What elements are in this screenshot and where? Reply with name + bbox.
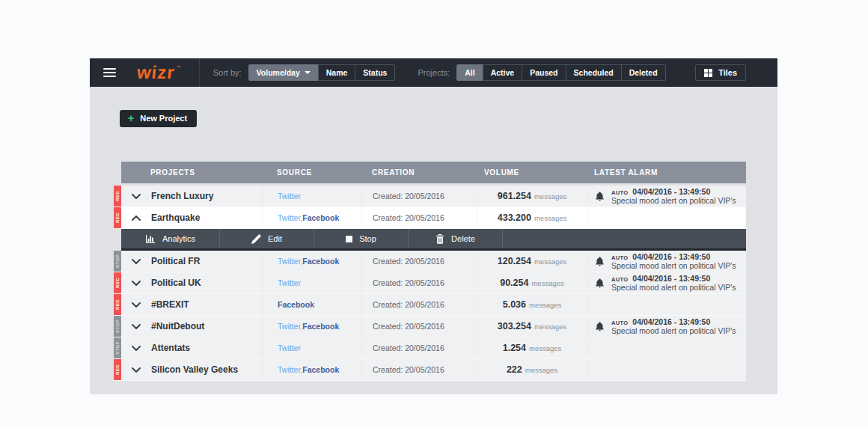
source-link-twitter[interactable]: Twitter — [278, 192, 301, 201]
source-link-twitter[interactable]: Twitter, — [278, 365, 302, 374]
status-strip: REC — [114, 359, 121, 380]
bell-icon — [595, 322, 605, 331]
projects-filter-group: AllActivePausedScheduledDeleted — [456, 64, 665, 81]
table-header-row: PROJECTSSOURCECREATIONVOLUMELATEST ALARM — [121, 162, 746, 183]
table-row[interactable]: RECSilicon Valley GeeksTwitter, Facebook… — [114, 359, 746, 381]
alarm-type-badge: AUTO — [611, 320, 628, 327]
table-row[interactable]: STOP#NuitDeboutTwitter, FacebookCreated:… — [114, 316, 746, 337]
alarm-meta: AUTO04/04/2016 - 13:49:50 — [611, 274, 736, 284]
project-cell: Earthquake — [121, 207, 262, 228]
sort-option-name[interactable]: Name — [318, 64, 356, 81]
source-link-facebook[interactable]: Facebook — [302, 257, 339, 266]
filter-label: All — [465, 68, 474, 77]
menu-hamburger-icon[interactable] — [103, 68, 116, 77]
volume-value: 120.254 — [498, 256, 531, 266]
creation-date: Created: 20/05/2016 — [361, 294, 477, 315]
trademark-symbol: ™ — [176, 65, 182, 70]
table-body: RECFrench LuxuryTwitterCreated: 20/05/20… — [114, 186, 746, 381]
row-cells: Political UKTwitterCreated: 20/05/201690… — [121, 272, 746, 293]
chevron-down-icon[interactable] — [132, 367, 141, 373]
edit-action-button[interactable]: Edit — [220, 229, 314, 248]
volume-value: 5.036 — [503, 299, 526, 310]
creation-date: Created: 20/05/2016 — [361, 272, 477, 293]
table-row[interactable]: RECFrench LuxuryTwitterCreated: 20/05/20… — [114, 186, 746, 207]
project-cell: #BREXIT — [121, 294, 262, 315]
table-row[interactable]: REC#BREXITFacebookCreated: 20/05/20165.0… — [114, 294, 746, 316]
source-link-twitter[interactable]: Twitter — [278, 278, 301, 287]
projects-filter-label: Projects: — [418, 68, 450, 77]
new-project-button[interactable]: + New Project — [120, 110, 197, 127]
filter-active[interactable]: Active — [483, 64, 523, 81]
filter-all[interactable]: All — [456, 64, 483, 81]
table-row[interactable]: RECPolitical UKTwitterCreated: 20/05/201… — [114, 272, 746, 294]
source-cell: Twitter, Facebook — [262, 316, 361, 337]
chevron-down-icon[interactable] — [132, 281, 141, 286]
project-name: Attentats — [151, 343, 190, 353]
sort-option-label: Name — [326, 68, 348, 77]
sort-by-label: Sort by: — [213, 68, 242, 77]
status-strip: STOP — [114, 337, 121, 358]
latest-alarm-cell: AUTO04/04/2016 - 13:49:50Special mood al… — [587, 186, 746, 207]
caret-down-icon — [305, 71, 311, 74]
source-link-twitter[interactable]: Twitter, — [278, 257, 302, 266]
column-header-source: SOURCE — [262, 168, 361, 177]
sort-option-status[interactable]: Status — [355, 64, 395, 81]
tiles-view-button[interactable]: Tiles — [695, 64, 746, 81]
table-row[interactable]: RECEarthquakeTwitter, FacebookCreated: 2… — [114, 207, 746, 229]
status-strip: REC — [114, 207, 121, 228]
analytics-action-button[interactable]: Analytics — [121, 229, 220, 248]
row-cells: #BREXITFacebookCreated: 20/05/20165.036m… — [121, 294, 746, 315]
chevron-down-icon[interactable] — [132, 259, 141, 264]
table-row[interactable]: STOPPolitical FRTwitter, FacebookCreated… — [114, 251, 746, 272]
source-link-facebook[interactable]: Facebook — [302, 365, 339, 374]
volume-cell: 961.254messages — [477, 186, 587, 207]
bell-icon — [595, 278, 605, 288]
chevron-down-icon[interactable] — [132, 346, 141, 351]
filter-scheduled[interactable]: Scheduled — [566, 64, 622, 81]
chevron-down-icon[interactable] — [132, 194, 141, 199]
chevron-down-icon[interactable] — [132, 302, 141, 308]
action-label: Edit — [268, 234, 282, 243]
source-link-twitter[interactable]: Twitter, — [278, 322, 302, 331]
stop-action-button[interactable]: Stop — [314, 229, 409, 248]
action-label: Delete — [451, 234, 475, 243]
creation-date: Created: 20/05/2016 — [361, 207, 477, 228]
latest-alarm-cell — [587, 337, 746, 358]
source-link-facebook[interactable]: Facebook — [278, 300, 314, 309]
status-label: STOP — [115, 341, 120, 355]
status-label: REC — [115, 213, 120, 223]
source-link-facebook[interactable]: Facebook — [302, 322, 339, 331]
row-cells: French LuxuryTwitterCreated: 20/05/20169… — [121, 186, 746, 207]
action-label: Stop — [359, 234, 376, 243]
alarm-info: AUTO04/04/2016 - 13:49:50Special mood al… — [611, 187, 736, 206]
volume-unit: messages — [534, 257, 566, 266]
alarm-meta: AUTO04/04/2016 - 13:49:50 — [611, 187, 736, 197]
delete-action-button[interactable]: Delete — [409, 229, 503, 248]
chevron-down-icon[interactable] — [132, 324, 141, 329]
alarm-timestamp: 04/04/2016 - 13:49:50 — [632, 317, 710, 326]
project-name: #NuitDebout — [151, 321, 204, 331]
filter-paused[interactable]: Paused — [522, 64, 566, 81]
sort-option-volume-day[interactable]: Volume/day — [248, 64, 319, 81]
source-link-facebook[interactable]: Facebook — [302, 213, 339, 222]
project-name: Silicon Valley Geeks — [151, 364, 238, 375]
filter-deleted[interactable]: Deleted — [621, 64, 666, 81]
source-cell: Twitter, Facebook — [262, 207, 361, 228]
table-row[interactable]: STOPAttentatsTwitterCreated: 20/05/20161… — [114, 337, 746, 359]
volume-unit: messages — [534, 322, 566, 331]
volume-unit: messages — [531, 279, 563, 287]
alarm-meta: AUTO04/04/2016 - 13:49:50 — [611, 252, 736, 262]
source-link-twitter[interactable]: Twitter — [278, 343, 301, 352]
latest-alarm-cell: AUTO04/04/2016 - 13:49:50Special mood al… — [587, 272, 746, 293]
latest-alarm-cell: AUTO04/04/2016 - 13:49:50Special mood al… — [587, 251, 746, 272]
project-cell: Political FR — [121, 251, 262, 272]
stop-icon — [346, 236, 352, 242]
source-link-twitter[interactable]: Twitter, — [278, 213, 302, 222]
status-label: REC — [115, 299, 120, 310]
latest-alarm-cell — [587, 207, 746, 228]
brand-logo: wizr™ — [136, 64, 182, 82]
project-cell: Political UK — [121, 272, 262, 293]
chevron-up-icon[interactable] — [132, 215, 141, 221]
source-cell: Twitter — [262, 186, 361, 207]
analytics-icon — [145, 234, 156, 244]
